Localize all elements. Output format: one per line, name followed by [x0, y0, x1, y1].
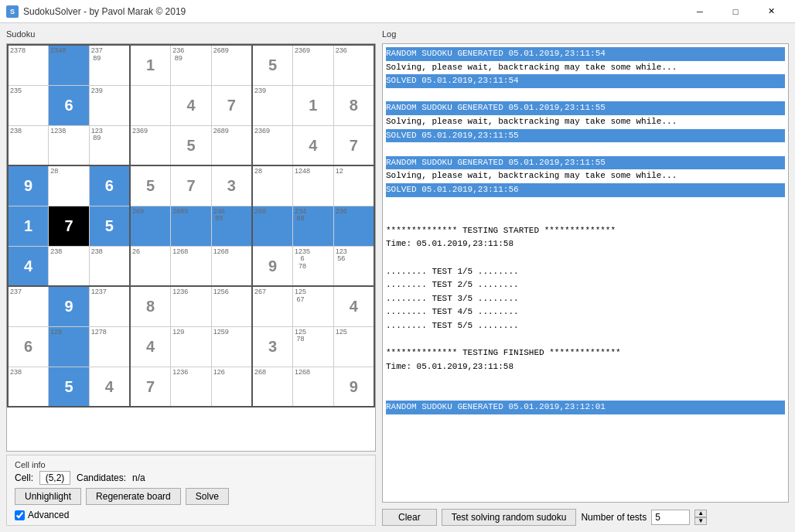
cell-8-1[interactable]: 5: [49, 367, 90, 407]
cell-4-0[interactable]: 1: [8, 206, 49, 246]
cell-2-6[interactable]: 2369: [252, 125, 293, 165]
log-container[interactable]: RANDOM SUDOKU GENERATED 05.01.2019,23:11…: [382, 43, 789, 503]
advanced-label: Advanced: [28, 510, 69, 520]
cell-7-7[interactable]: 125 78: [293, 326, 334, 367]
cell-5-3[interactable]: 26: [130, 246, 171, 286]
cell-7-8[interactable]: 125: [333, 326, 374, 367]
cell-8-6[interactable]: 268: [252, 367, 293, 407]
advanced-checkbox[interactable]: [15, 510, 25, 520]
cell-3-3[interactable]: 5: [130, 165, 171, 206]
cell-5-7[interactable]: 1235 6 78: [293, 246, 334, 286]
cell-0-2[interactable]: 237 89: [89, 45, 130, 85]
cell-8-4[interactable]: 1236: [171, 367, 212, 407]
cell-8-5[interactable]: 126: [211, 367, 252, 407]
cell-4-5[interactable]: 246 89: [211, 206, 252, 246]
cell-1-2[interactable]: 239: [89, 85, 130, 125]
log-line: [386, 197, 785, 211]
cell-6-6[interactable]: 267: [252, 286, 293, 326]
cell-0-6[interactable]: 5: [252, 45, 293, 85]
cell-0-5[interactable]: 2689: [211, 45, 252, 85]
cell-6-0[interactable]: 237: [8, 286, 49, 326]
cell-7-6[interactable]: 3: [252, 326, 293, 367]
cell-0-7[interactable]: 2369: [293, 45, 334, 85]
cell-6-1[interactable]: 9: [49, 286, 90, 326]
cell-5-5[interactable]: 1268: [211, 246, 252, 286]
cell-5-0[interactable]: 4: [8, 246, 49, 286]
cell-4-6[interactable]: 268: [252, 206, 293, 246]
cell-4-7[interactable]: 234 68: [293, 206, 334, 246]
cell-7-3[interactable]: 4: [130, 326, 171, 367]
cell-3-8[interactable]: 12: [333, 165, 374, 206]
close-button[interactable]: ✕: [753, 0, 789, 23]
cell-0-8[interactable]: 236: [333, 45, 374, 85]
cell-3-7[interactable]: 1248: [293, 165, 334, 206]
cell-2-2[interactable]: 123 89: [89, 125, 130, 165]
cell-2-4[interactable]: 5: [171, 125, 212, 165]
cell-6-8[interactable]: 4: [333, 286, 374, 326]
regenerate-button[interactable]: Regenerate board: [86, 488, 181, 505]
cell-4-4[interactable]: 2689: [171, 206, 212, 246]
cell-2-8[interactable]: 7: [333, 125, 374, 165]
cell-7-5[interactable]: 1259: [211, 326, 252, 367]
clear-button[interactable]: Clear: [382, 509, 437, 526]
cell-6-5[interactable]: 1256: [211, 286, 252, 326]
cell-2-3[interactable]: 2369: [130, 125, 171, 165]
spinner-down[interactable]: ▼: [694, 517, 707, 525]
cell-5-4[interactable]: 1268: [171, 246, 212, 286]
cell-8-2[interactable]: 4: [89, 367, 130, 407]
cell-8-7[interactable]: 1268: [293, 367, 334, 407]
cell-0-1[interactable]: 2348: [49, 45, 90, 85]
cell-5-8[interactable]: 123 56: [333, 246, 374, 286]
cell-0-4[interactable]: 236 89: [171, 45, 212, 85]
cell-3-5[interactable]: 3: [211, 165, 252, 206]
cell-3-4[interactable]: 7: [171, 165, 212, 206]
cell-cands-0-0: 2378: [10, 47, 26, 55]
cell-3-1[interactable]: 28: [49, 165, 90, 206]
advanced-checkbox-label[interactable]: Advanced: [15, 510, 69, 520]
cell-5-2[interactable]: 238: [89, 246, 130, 286]
cell-3-6[interactable]: 28: [252, 165, 293, 206]
cell-7-4[interactable]: 129: [171, 326, 212, 367]
cell-8-8[interactable]: 9: [333, 367, 374, 407]
cell-6-4[interactable]: 1236: [171, 286, 212, 326]
cell-6-3[interactable]: 8: [130, 286, 171, 326]
cell-1-7[interactable]: 1: [293, 85, 334, 125]
cell-1-6[interactable]: 239: [252, 85, 293, 125]
cell-1-0[interactable]: 235: [8, 85, 49, 125]
cell-4-3[interactable]: 269: [130, 206, 171, 246]
cell-7-0[interactable]: 6: [8, 326, 49, 367]
minimize-button[interactable]: ─: [682, 0, 718, 23]
cell-4-2[interactable]: 5: [89, 206, 130, 246]
cell-4-8[interactable]: 236: [333, 206, 374, 246]
cell-2-1[interactable]: 1238: [49, 125, 90, 165]
cell-7-2[interactable]: 1278: [89, 326, 130, 367]
cell-4-1[interactable]: 7: [49, 206, 90, 246]
cell-2-0[interactable]: 238: [8, 125, 49, 165]
cell-1-3[interactable]: [130, 85, 171, 125]
cell-1-8[interactable]: 8: [333, 85, 374, 125]
cell-8-0[interactable]: 238: [8, 367, 49, 407]
cell-6-7[interactable]: 125 67: [293, 286, 334, 326]
cell-1-1[interactable]: 6: [49, 85, 90, 125]
solve-button[interactable]: Solve: [186, 488, 229, 505]
cell-5-1[interactable]: 238: [49, 246, 90, 286]
cell-cands-6-4: 1236: [172, 288, 188, 296]
cell-5-6[interactable]: 9: [252, 246, 293, 286]
cell-2-5[interactable]: 2689: [211, 125, 252, 165]
cell-3-2[interactable]: 6: [89, 165, 130, 206]
cell-1-4[interactable]: 4: [171, 85, 212, 125]
cell-7-1[interactable]: 128: [49, 326, 90, 367]
cell-1-5[interactable]: 7: [211, 85, 252, 125]
cell-0-3[interactable]: 1: [130, 45, 171, 85]
cell-8-3[interactable]: 7: [130, 367, 171, 407]
tests-input[interactable]: [651, 510, 690, 525]
cell-2-7[interactable]: 4: [293, 125, 334, 165]
left-panel: Sudoku 23782348237 891236 89268952369236…: [6, 29, 376, 526]
unhighlight-button[interactable]: Unhighlight: [15, 488, 81, 505]
cell-6-2[interactable]: 1237: [89, 286, 130, 326]
cell-0-0[interactable]: 2378: [8, 45, 49, 85]
cell-3-0[interactable]: 9: [8, 165, 49, 206]
test-button[interactable]: Test solving random sudoku: [442, 509, 577, 526]
maximize-button[interactable]: □: [718, 0, 753, 23]
spinner-up[interactable]: ▲: [694, 510, 707, 517]
